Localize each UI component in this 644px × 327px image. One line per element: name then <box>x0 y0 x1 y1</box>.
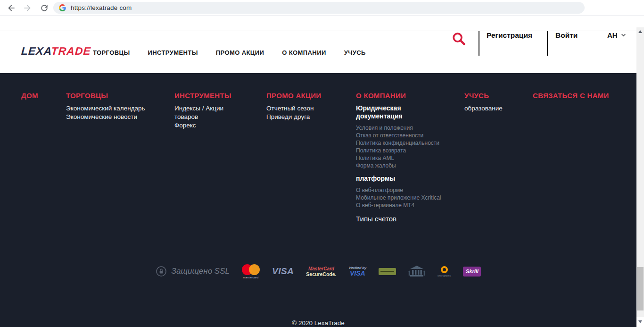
logo-part-lexa: LEXA <box>21 45 51 57</box>
bank-transfer-icon <box>408 265 425 277</box>
address-bar[interactable]: https://lexatrade com <box>53 2 585 14</box>
google-icon <box>59 4 66 11</box>
skrill-label: Skrill <box>466 268 479 274</box>
orangepay-label: orangepay <box>438 274 451 277</box>
footer-link[interactable]: Типы счетов <box>356 215 457 223</box>
header-divider <box>547 31 548 56</box>
footer-subheading: Юридическая документация <box>356 104 415 120</box>
footer-link[interactable]: товаров <box>174 113 276 121</box>
mastercard-circles-icon <box>242 264 260 275</box>
scroll-down-arrow[interactable] <box>638 320 642 323</box>
footer-subheading: платформы <box>356 175 415 183</box>
scrollbar-thumb[interactable] <box>637 267 644 310</box>
language-label: АН <box>607 31 618 39</box>
footer-link[interactable]: Мобильное приложение Xcritical <box>356 194 457 201</box>
footer-link[interactable]: О веб-платформе <box>356 186 457 194</box>
orangepay-ring-icon <box>441 266 448 273</box>
forward-icon[interactable] <box>23 3 32 13</box>
footer-column-title[interactable]: ТОРГОВЦЫ <box>66 92 167 100</box>
footer-link[interactable]: Форма жалобы <box>356 162 457 169</box>
footer-link[interactable]: О веб-терминале МТ4 <box>356 201 457 209</box>
scrollbar[interactable] <box>636 27 644 317</box>
footer-link[interactable]: Форекс <box>174 121 276 130</box>
footer-column: ИНСТРУМЕНТЫИндексы / АкциитоваровФорекс <box>174 92 276 130</box>
scroll-up-arrow[interactable] <box>638 30 642 33</box>
footer-column: ПРОМО АКЦИИОтчетный сезонПриведи друга <box>266 92 368 121</box>
nav-item-4[interactable]: УЧУСЬ <box>344 49 366 56</box>
url-text: https://lexatrade com <box>71 4 132 11</box>
verified-line2: VISA <box>350 270 365 277</box>
skrill-logo: Skrill <box>463 267 481 277</box>
main-nav: ТОРГОВЦЫИНСТРУМЕНТЫПРОМО АКЦИИО КОМПАНИИ… <box>93 31 366 74</box>
nav-item-1[interactable]: ИНСТРУМЕНТЫ <box>148 49 198 56</box>
footer-link[interactable]: Экономический календарь <box>66 104 167 113</box>
footer-link[interactable]: Условия и положения <box>356 124 457 132</box>
ssl-label: Защищено SSL <box>172 267 230 276</box>
securecode-line1: MasterCard <box>308 266 334 271</box>
footer-link[interactable]: Приведи друга <box>266 113 368 121</box>
green-badge-icon <box>379 268 396 275</box>
logo-part-trade: TRADE <box>51 45 91 57</box>
footer-link[interactable]: Экономические новости <box>66 113 167 121</box>
language-selector[interactable]: АН <box>607 31 626 39</box>
footer-column-title[interactable]: ПРОМО АКЦИИ <box>266 92 368 100</box>
payment-methods-row: Защищено SSL mastercard VISA MasterCard … <box>0 261 636 282</box>
footer-column: ТОРГОВЦЫЭкономический календарьЭкономиче… <box>66 92 167 121</box>
footer-link[interactable]: Политика конфиденциальности <box>356 139 457 147</box>
verified-by-visa-logo: Verified by VISA <box>349 266 367 277</box>
footer-link[interactable]: Индексы / Акции <box>174 104 276 113</box>
lock-icon <box>156 266 167 277</box>
footer-link[interactable]: Отчетный сезон <box>266 104 368 113</box>
footer-column: СВЯЗАТЬСЯ С НАМИ <box>533 92 641 104</box>
skrill-badge-icon: Skrill <box>463 267 481 277</box>
footer-link[interactable]: образование <box>464 104 566 113</box>
reload-icon[interactable] <box>40 3 49 13</box>
nav-item-0[interactable]: ТОРГОВЦЫ <box>93 49 130 56</box>
footer-link[interactable]: Политика AML <box>356 154 457 162</box>
footer-column-title[interactable]: ИНСТРУМЕНТЫ <box>174 92 276 100</box>
green-payment-badge <box>379 268 396 275</box>
site-footer: ДОМТОРГОВЦЫЭкономический календарьЭконом… <box>0 73 636 327</box>
nav-item-2[interactable]: ПРОМО АКЦИИ <box>216 49 264 56</box>
ssl-secured-badge: Защищено SSL <box>156 266 230 277</box>
mastercard-logo: mastercard <box>242 264 260 279</box>
back-icon[interactable] <box>7 3 16 13</box>
site-header: LEXATRADE ТОРГОВЦЫИНСТРУМЕНТЫПРОМО АКЦИИ… <box>0 31 636 73</box>
nav-item-3[interactable]: О КОМПАНИИ <box>282 49 326 56</box>
chevron-down-icon <box>621 34 626 37</box>
login-button[interactable]: Войти <box>555 31 578 40</box>
copyright-text: © 2020 LexaTrade <box>0 319 636 327</box>
footer-link[interactable]: Отказ от ответственности <box>356 132 457 139</box>
mastercard-label: mastercard <box>243 276 258 279</box>
mastercard-securecode-logo: MasterCard SecureCode. <box>306 266 336 277</box>
register-button[interactable]: Регистрация <box>487 31 532 40</box>
securecode-line2: SecureCode. <box>306 271 336 277</box>
orangepay-logo: orangepay <box>438 266 451 277</box>
visa-logo: VISA <box>272 266 294 277</box>
header-divider <box>479 31 479 56</box>
footer-column-title[interactable]: СВЯЗАТЬСЯ С НАМИ <box>533 92 641 100</box>
footer-column-title[interactable]: О КОМПАНИИ <box>356 92 457 100</box>
lexatrade-logo[interactable]: LEXATRADE <box>21 45 91 58</box>
browser-toolbar: https://lexatrade com <box>0 0 644 16</box>
footer-column: О КОМПАНИИЮридическая документацияУслови… <box>356 92 457 223</box>
search-icon[interactable] <box>451 31 466 46</box>
footer-link[interactable]: Политика возврата <box>356 147 457 154</box>
